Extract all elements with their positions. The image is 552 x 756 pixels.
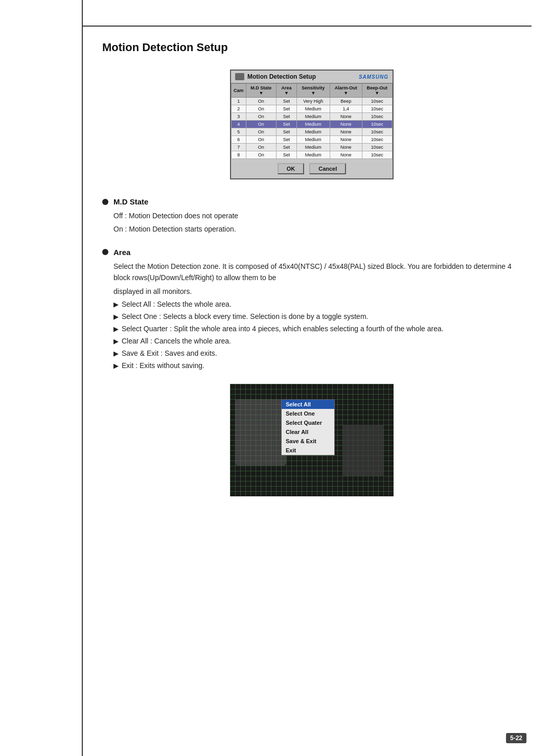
context-menu-item[interactable]: Clear All	[282, 427, 334, 437]
table-cell: 6	[232, 136, 246, 144]
arrow-icon: ▶	[113, 361, 119, 371]
table-cell: Set	[277, 136, 297, 144]
area-list-item: ▶Select One : Selects a block every time…	[113, 311, 521, 322]
area-list-item: ▶Exit : Exits without saving.	[113, 360, 521, 371]
area-list-item: ▶Save & Exit : Saves and exits.	[113, 348, 521, 359]
bullet-dot-2	[102, 249, 108, 255]
dialog-footer: OK Cancel	[231, 159, 393, 178]
table-cell: 8	[232, 151, 246, 159]
md-state-line1: Off : Motion Detection does not operate	[113, 210, 521, 221]
table-row: 2OnSetMedium1,410sec	[232, 105, 393, 113]
samsung-logo: SAMSUNG	[359, 74, 388, 80]
camera-icon	[235, 73, 244, 80]
table-cell: On	[246, 113, 277, 121]
table-cell: Medium	[296, 136, 330, 144]
cancel-button[interactable]: Cancel	[309, 163, 346, 174]
table-cell: None	[330, 113, 362, 121]
dialog-box: Motion Detection Setup SAMSUNG CamM.D St…	[230, 70, 394, 179]
table-cell: 7	[232, 144, 246, 151]
dialog-table: CamM.D State ▼Area ▼Sensitivity ▼Alarm-O…	[231, 83, 393, 159]
context-menu-item[interactable]: Select One	[282, 409, 334, 418]
md-state-heading: M.D State	[102, 197, 521, 206]
bullet-dot	[102, 199, 108, 205]
table-cell: Set	[277, 128, 297, 136]
arrow-icon: ▶	[113, 312, 119, 322]
area-list-item: ▶Clear All : Cancels the whole area.	[113, 336, 521, 347]
table-cell: 1	[232, 98, 246, 105]
table-cell: 1,4	[330, 105, 362, 113]
table-cell: On	[246, 151, 277, 159]
table-cell: Set	[277, 144, 297, 151]
table-cell: 10sec	[362, 151, 392, 159]
table-cell: Medium	[296, 151, 330, 159]
table-cell: 10sec	[362, 128, 392, 136]
context-menu-item[interactable]: Exit	[282, 446, 334, 455]
area-list-item: ▶Select All : Selects the whole area.	[113, 299, 521, 310]
table-cell: Medium	[296, 105, 330, 113]
page-title: Motion Detection Setup	[102, 41, 521, 54]
area-heading: Area	[102, 248, 521, 257]
person-silhouette	[235, 399, 286, 466]
table-cell: Set	[277, 113, 297, 121]
table-row: 3OnSetMediumNone10sec	[232, 113, 393, 121]
table-cell: Medium	[296, 128, 330, 136]
table-cell: 10sec	[362, 136, 392, 144]
table-cell: None	[330, 128, 362, 136]
ok-button[interactable]: OK	[278, 163, 305, 174]
area-item-text: Clear All : Cancels the whole area.	[122, 336, 231, 347]
column-header: M.D State ▼	[246, 84, 277, 98]
context-menu-item[interactable]: Select Quater	[282, 418, 334, 427]
arrow-icon: ▶	[113, 300, 119, 310]
table-cell: On	[246, 128, 277, 136]
area-intro2: displayed in all monitors.	[113, 286, 521, 297]
table-row: 5OnSetMediumNone10sec	[232, 128, 393, 136]
table-row: 1OnSetVery HighBeep10sec	[232, 98, 393, 105]
column-header: Alarm-Out ▼	[330, 84, 362, 98]
area-item-text: Select Quarter : Split the whole area in…	[122, 324, 444, 334]
table-cell: 5	[232, 128, 246, 136]
table-cell: Set	[277, 105, 297, 113]
table-cell: 10sec	[362, 105, 392, 113]
table-cell: 10sec	[362, 113, 392, 121]
table-cell: Beep	[330, 98, 362, 105]
table-cell: Medium	[296, 113, 330, 121]
column-header: Sensitivity ▼	[296, 84, 330, 98]
column-header: Area ▼	[277, 84, 297, 98]
area-intro: Select the Motion Detection zone. It is …	[113, 261, 521, 284]
arrow-icon: ▶	[113, 336, 119, 347]
table-cell: 10sec	[362, 98, 392, 105]
column-header: Beep-Out ▼	[362, 84, 392, 98]
area-screenshot: Select AllSelect OneSelect QuaterClear A…	[102, 384, 521, 496]
table-cell: On	[246, 121, 277, 128]
arrow-icon: ▶	[113, 349, 119, 359]
table-cell: 4	[232, 121, 246, 128]
left-border	[82, 0, 83, 756]
right-object	[342, 425, 383, 476]
dialog-titlebar: Motion Detection Setup SAMSUNG	[231, 71, 393, 83]
md-state-section: M.D State Off : Motion Detection does no…	[102, 197, 521, 235]
table-cell: Set	[277, 151, 297, 159]
table-row: 6OnSetMediumNone10sec	[232, 136, 393, 144]
table-cell: None	[330, 136, 362, 144]
table-cell: Medium	[296, 121, 330, 128]
table-cell: 10sec	[362, 144, 392, 151]
area-list-item: ▶Select Quarter : Split the whole area i…	[113, 324, 521, 334]
context-menu-item[interactable]: Select All	[282, 400, 334, 409]
context-menu-item[interactable]: Save & Exit	[282, 437, 334, 446]
table-cell: Set	[277, 98, 297, 105]
column-header: Cam	[232, 84, 246, 98]
table-cell: Very High	[296, 98, 330, 105]
area-item-text: Exit : Exits without saving.	[122, 360, 204, 371]
area-item-text: Select All : Selects the whole area.	[122, 299, 232, 310]
table-cell: On	[246, 136, 277, 144]
table-cell: On	[246, 144, 277, 151]
md-state-line2: On : Motion Detection starts operation.	[113, 223, 521, 235]
table-cell: None	[330, 144, 362, 151]
dialog-titlebar-left: Motion Detection Setup	[235, 73, 316, 80]
arrow-icon: ▶	[113, 324, 119, 334]
table-cell: Set	[277, 121, 297, 128]
table-row: 4OnSetMediumNone10sec	[232, 121, 393, 128]
page-number: 5-22	[506, 733, 526, 743]
dialog-screenshot: Motion Detection Setup SAMSUNG CamM.D St…	[102, 70, 521, 179]
table-row: 8OnSetMediumNone10sec	[232, 151, 393, 159]
